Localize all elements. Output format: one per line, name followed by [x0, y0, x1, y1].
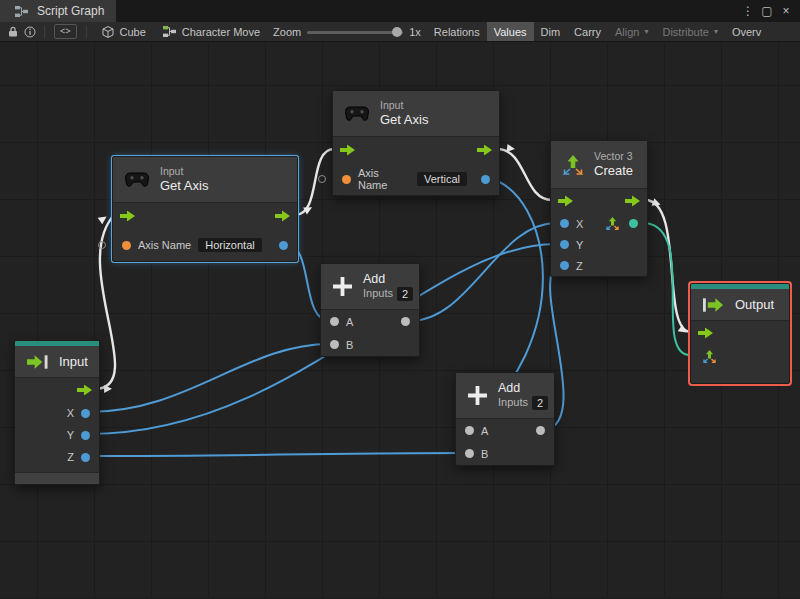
dim-label: Dim	[541, 26, 561, 38]
output-port-y[interactable]	[81, 431, 90, 440]
node-get-axis-vertical[interactable]: Input Get Axis Axis Name Vertical	[332, 90, 500, 196]
string-input-port[interactable]	[122, 241, 131, 250]
input-port-a[interactable]	[465, 426, 474, 435]
node-graph-input[interactable]: Input X Y Z	[14, 340, 100, 485]
window-controls: ⋮ ▢ ×	[740, 0, 800, 22]
flow-input-port[interactable]	[120, 211, 135, 222]
node-header[interactable]: Input	[15, 346, 99, 378]
vector-input-row	[691, 345, 789, 367]
node-category: Vector 3	[594, 150, 633, 163]
zoom-slider-handle[interactable]	[392, 27, 402, 37]
node-header[interactable]: Vector 3 Create	[551, 141, 647, 189]
port-label: B	[346, 339, 353, 351]
node-title: Get Axis	[160, 178, 208, 194]
relations-button[interactable]: Relations	[427, 22, 487, 41]
flow-output-port[interactable]	[625, 196, 640, 207]
zoom-slider-track[interactable]	[307, 31, 403, 34]
flow-output-port[interactable]	[275, 211, 290, 222]
kebab-menu-icon[interactable]: ⋮	[740, 4, 756, 18]
plus-icon	[468, 386, 487, 405]
port-row-y: Y	[551, 234, 647, 255]
node-header[interactable]: Add Inputs 2	[321, 264, 419, 310]
flow-input-port[interactable]	[698, 328, 713, 339]
wire-flow-getaxis-vertical-to-vector3[interactable]	[497, 149, 552, 200]
node-header[interactable]: Output	[691, 289, 789, 321]
maximize-icon[interactable]: ▢	[759, 4, 775, 18]
flow-port-row	[691, 321, 789, 345]
inputs-label: Inputs	[498, 396, 528, 410]
node-title: Create	[594, 163, 633, 179]
overview-label: Overv	[732, 26, 761, 38]
wire-vector3-to-output-value[interactable]	[645, 223, 690, 355]
value-output-port[interactable]	[279, 241, 288, 250]
port-label: Y	[576, 239, 583, 251]
values-button[interactable]: Values	[487, 22, 534, 41]
values-label: Values	[494, 26, 527, 38]
breadcrumb-character-move[interactable]: Character Move	[153, 22, 267, 41]
node-add-top[interactable]: Add Inputs 2 A B	[320, 263, 420, 357]
input-port-y[interactable]	[560, 240, 569, 249]
node-header[interactable]: Input Get Axis	[333, 91, 499, 137]
node-graph-output[interactable]: Output	[690, 283, 790, 384]
input-port-b[interactable]	[330, 340, 339, 349]
axis-name-field[interactable]: Horizontal	[198, 238, 262, 252]
sum-output-port[interactable]	[536, 426, 545, 435]
breadcrumb-cube[interactable]: Cube	[92, 22, 153, 41]
graph-canvas[interactable]: Input Get Axis Axis Name Vertical Input …	[0, 42, 800, 599]
carry-button[interactable]: Carry	[567, 22, 608, 41]
close-icon[interactable]: ×	[778, 4, 794, 18]
relations-label: Relations	[434, 26, 480, 38]
flow-input-port[interactable]	[340, 145, 355, 156]
distribute-button[interactable]: Distribute ▾	[655, 22, 724, 41]
node-vector3-create[interactable]: Vector 3 Create X Y Z	[550, 140, 648, 277]
align-label: Align	[615, 26, 639, 38]
node-header[interactable]: Add Inputs 2	[456, 373, 554, 419]
port-label: Y	[67, 429, 74, 441]
output-port-z[interactable]	[81, 453, 90, 462]
zoom-slider[interactable]	[307, 26, 403, 38]
info-icon[interactable]	[24, 26, 36, 38]
dim-button[interactable]: Dim	[534, 22, 568, 41]
wire-addtop-to-vector3-x[interactable]	[410, 223, 556, 321]
input-port-a[interactable]	[330, 317, 339, 326]
flow-output-port[interactable]	[477, 145, 492, 156]
inputs-count-field[interactable]: 2	[532, 396, 548, 410]
value-output-port[interactable]	[481, 175, 490, 184]
input-port-b[interactable]	[465, 449, 474, 458]
input-port-z[interactable]	[560, 261, 569, 270]
string-input-port[interactable]	[342, 175, 351, 184]
output-port-x[interactable]	[81, 409, 90, 418]
vector-output-port[interactable]	[629, 219, 638, 228]
wire-input-z-to-addbottom-b[interactable]	[88, 453, 465, 456]
flow-arrow-marker	[506, 144, 515, 153]
xyz-axes-icon[interactable]	[703, 350, 716, 363]
wire-input-x-to-addtop-b[interactable]	[88, 344, 330, 412]
axis-name-field[interactable]: Vertical	[417, 172, 467, 186]
flow-port-row	[551, 189, 647, 213]
axis-name-port-row: Axis Name Horizontal	[113, 229, 297, 261]
zoom-value: 1x	[409, 26, 421, 38]
inputs-count-field[interactable]: 2	[397, 287, 413, 301]
port-label: Z	[67, 451, 74, 463]
port-row-b: B	[456, 442, 554, 465]
tab-script-graph[interactable]: Script Graph	[0, 0, 116, 22]
port-row-x: X	[551, 213, 647, 234]
wire-flow-getaxis-horizontal-to-vertical[interactable]	[295, 149, 334, 215]
toolbar-separator	[44, 26, 45, 38]
lock-icon[interactable]	[8, 26, 18, 37]
flow-input-port[interactable]	[558, 196, 573, 207]
node-header[interactable]: Input Get Axis	[113, 157, 297, 203]
align-button[interactable]: Align ▾	[608, 22, 655, 41]
sum-output-port[interactable]	[401, 317, 410, 326]
node-get-axis-horizontal[interactable]: Input Get Axis Axis Name Horizontal	[112, 156, 298, 262]
input-port-x[interactable]	[560, 219, 569, 228]
overview-button[interactable]: Overv	[725, 22, 768, 41]
flow-output-port[interactable]	[77, 385, 92, 396]
wire-flow-vector3-to-output[interactable]	[645, 200, 691, 332]
cube-icon	[102, 26, 114, 38]
port-row-a: A	[321, 310, 419, 333]
node-title: Output	[735, 297, 774, 312]
api-button[interactable]: <>	[54, 24, 77, 39]
port-row-a: A	[456, 419, 554, 442]
node-add-bottom[interactable]: Add Inputs 2 A B	[455, 372, 555, 466]
